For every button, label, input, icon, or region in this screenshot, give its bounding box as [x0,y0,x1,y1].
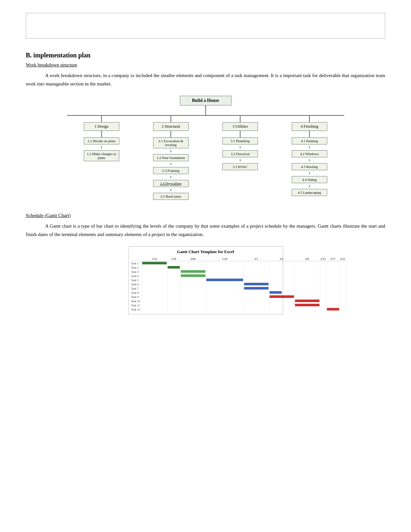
gantt-task-row: Task 8 [131,291,346,295]
gantt-cell [180,274,206,278]
wbs-branch-utilities: 3 Utilities 3.1 Plumbing 3.2 Electrical … [206,116,275,200]
gantt-cell [326,265,339,270]
top-border-box [26,13,385,39]
gantt-col-label [131,257,142,261]
gantt-cell [339,270,346,274]
gantt-cell [206,307,243,311]
gantt-cell [339,286,346,291]
section-heading: B. implementation plan [26,52,385,59]
wbs-root-connector [205,105,206,115]
gantt-cell [142,282,167,286]
gantt-task-label: Task 7 [131,286,142,291]
gantt-cell [326,282,339,286]
gantt-task-label: Task 5 [131,278,142,282]
gantt-cell [206,265,243,270]
gantt-cell [294,299,320,303]
wbs-hline [67,115,344,116]
gantt-cell [167,295,180,299]
gantt-cell [294,286,320,291]
gantt-task-label: Task 12 [131,307,142,311]
gantt-cell [142,307,167,311]
gantt-cell [167,282,180,286]
gantt-task-label: Task 2 [131,265,142,270]
wbs-children-design: 1.1 Decide on plans 1.2 Make changes to … [84,137,119,161]
gantt-cell [243,270,269,274]
gantt-subheading: Schedule (Gantt Chart) [26,213,71,218]
gantt-bar [142,262,167,264]
gantt-cell [167,299,180,303]
gantt-cell [167,278,180,282]
gantt-cell [339,291,346,295]
gantt-cell [269,307,294,311]
gantt-cell [167,261,180,266]
gantt-cell [180,299,206,303]
gantt-cell [243,274,269,278]
gantt-bar [327,308,339,310]
wbs-child-roofing: 4.3 Roofing [292,163,327,170]
gantt-cell [326,270,339,274]
gantt-cell [294,274,320,278]
gantt-header-row: 1/14 1/20 5/04 1/18 2/1 2/5 2/9 2/13 2/1… [131,257,346,261]
gantt-col-6: 2/5 [269,257,294,261]
gantt-cell [206,282,243,286]
gantt-cell [320,261,326,266]
gantt-bar [295,304,319,306]
gantt-cell [167,265,180,270]
gantt-cell [326,295,339,299]
gantt-cell [294,291,320,295]
gantt-cell [269,278,294,282]
gantt-col-3: 5/04 [180,257,206,261]
gantt-cell [294,295,320,299]
gantt-bar [181,270,205,273]
gantt-cell [243,299,269,303]
gantt-bar [244,287,269,290]
gantt-cell [243,278,269,282]
gantt-task-row: Task 2 [131,265,346,270]
gantt-cell [206,295,243,299]
gantt-bar [295,300,319,302]
gantt-cell [180,282,206,286]
wbs-child-framing: 2.3 Framing [153,167,189,174]
wbs-level1-utilities: 3 Utilities [222,122,258,131]
gantt-cell [320,291,326,295]
wbs-level1-finishing: 4 Finishing [292,122,327,131]
gantt-cell [180,291,206,295]
gantt-cell [142,295,167,299]
wbs-subheading: Work breakdown structure [26,62,77,68]
gantt-cell [269,282,294,286]
gantt-task-row: Task 9 [131,295,346,299]
wbs-branch-design: 1 Design 1.1 Decide on plans 1.2 Make ch… [67,116,136,200]
gantt-bar [269,295,294,298]
wbs-branches: 1 Design 1.1 Decide on plans 1.2 Make ch… [67,116,344,200]
wbs-level1-structural: 2 Structural [153,122,189,131]
gantt-cell [294,265,320,270]
wbs-root-node: Build a House [180,96,231,105]
gantt-task-row: Task 7 [131,286,346,291]
gantt-cell [269,270,294,274]
gantt-task-row: Task 11 [131,303,346,307]
gantt-task-label: Task 3 [131,270,142,274]
gantt-cell [320,307,326,311]
gantt-cell [142,303,167,307]
wbs-child-windows: 4.2 Windows [292,150,327,157]
gantt-cell [243,282,269,286]
gantt-cell [339,299,346,303]
gantt-cell [206,261,243,266]
gantt-cell [167,303,180,307]
gantt-cell [180,261,206,266]
gantt-cell [142,265,167,270]
gantt-cell [142,286,167,291]
gantt-cell [294,278,320,282]
gantt-cell [180,295,206,299]
gantt-col-9: 2/17 [326,257,339,261]
wbs-child-painting: 4.1 Painting [292,137,327,144]
gantt-cell [142,299,167,303]
gantt-cell [339,303,346,307]
wbs-child-landscaping: 4.5 Landscaping [292,189,327,196]
wbs-children-structural: 2.1 Excavation & leveling 2.2 Pour found… [153,137,189,200]
gantt-cell [294,307,320,311]
gantt-cell [269,286,294,291]
gantt-chart: Gantt Chart Template for Excel 1/14 1/20… [128,246,283,314]
gantt-cell [320,274,326,278]
gantt-table: 1/14 1/20 5/04 1/18 2/1 2/5 2/9 2/13 2/1… [131,257,346,311]
